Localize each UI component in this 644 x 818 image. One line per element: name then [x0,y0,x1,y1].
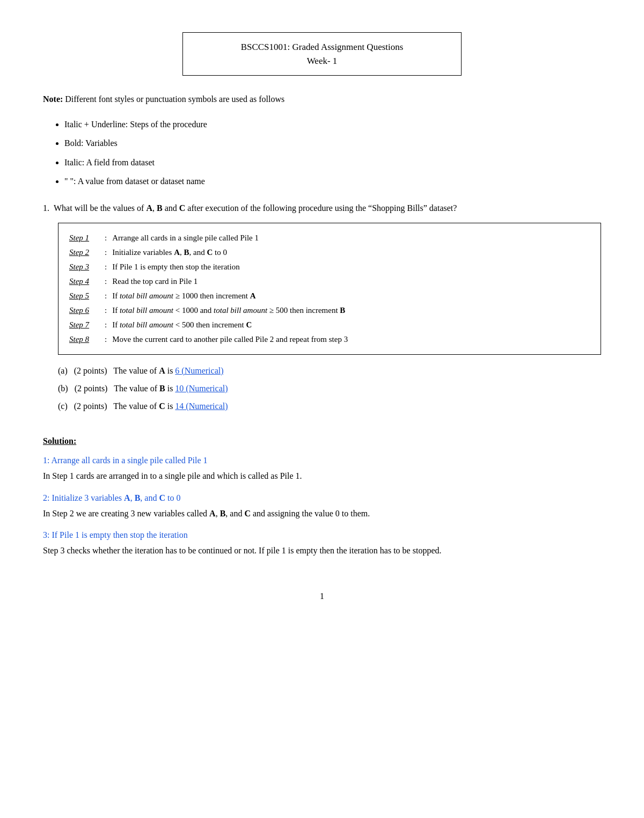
answer-a-text: The value of A is [113,366,175,375]
step5-var-a: A [250,291,256,300]
step-7-content: If total bill amount < 500 then incremen… [112,318,590,332]
step-1-content: Arrange all cards in a single pile calle… [112,231,590,245]
answer-a-part: (a) [58,366,72,375]
question-number: 1. What will be the values of A, B and C… [43,201,601,215]
solution-step-2-title: 2: Initialize 3 variables A, B, and C to… [43,492,601,505]
step-row-1: Step 1: Arrange all cards in a single pi… [69,231,590,245]
answer-a-value[interactable]: 6 (Numerical) [175,366,223,375]
step-3-label: Step 3 [69,260,101,274]
solution-header: Solution: [43,435,601,448]
step-2-content: Initialize variables A, B, and C to 0 [112,245,590,260]
step6-field2: total bill amount [214,306,267,315]
var-a-q: A [146,203,152,213]
step-8-label: Step 8 [69,332,101,347]
step2-var-a: A [174,248,180,257]
bullet-list: Italic + Underline: Steps of the procedu… [64,117,601,188]
step7-var-c: C [246,320,252,329]
bullet-item-1: Italic + Underline: Steps of the procedu… [64,117,601,132]
answer-b: (b) (2 points) The value of B is 10 (Num… [58,381,601,396]
note-label: Note: [43,94,63,104]
sol-step2-c: C [159,493,165,502]
step-7-label: Step 7 [69,318,101,332]
step-4-label: Step 4 [69,274,101,289]
step6-var-b: B [340,306,345,315]
answer-a-var: A [159,366,165,375]
page-number: 1 [43,590,601,603]
step6-field1: total bill amount [120,306,173,315]
sol-step2-body-b: B [220,509,226,518]
question-num-label: 1. [43,201,49,215]
solution-step-2-body: In Step 2 we are creating 3 new variable… [43,507,601,521]
step2-var-b: B [184,248,189,257]
step7-field1: total bill amount [120,320,173,329]
solution-step-3-title: 3: If Pile 1 is empty then stop the iter… [43,529,601,542]
bullet-item-3: Italic: A field from dataset [64,155,601,170]
answer-b-text: The value of B is [114,384,175,393]
sol-step2-b: B [135,493,141,502]
solution-step-1-title: 1: Arrange all cards in a single pile ca… [43,454,601,467]
step-5-content: If total bill amount ≥ 1000 then increme… [112,289,590,303]
step-4-content: Read the top card in Pile 1 [112,274,590,289]
title-line2: Week- 1 [204,54,440,68]
answer-list: (a) (2 points) The value of A is 6 (Nume… [58,363,601,414]
sol-step2-a: A [124,493,130,502]
answer-c-var: C [159,401,165,411]
step2-var-c: C [207,248,213,257]
step-row-2: Step 2: Initialize variables A, B, and C… [69,245,590,260]
question-text: What will be the values of A, B and C af… [54,201,601,215]
answer-c-value[interactable]: 14 (Numerical) [175,401,228,411]
procedure-box: Step 1: Arrange all cards in a single pi… [58,223,601,355]
answer-a: (a) (2 points) The value of A is 6 (Nume… [58,363,601,378]
step-row-3: Step 3: If Pile 1 is empty then stop the… [69,260,590,274]
step-1-label: Step 1 [69,231,101,245]
answer-c: (c) (2 points) The value of C is 14 (Num… [58,399,601,413]
solution-step-1-body: In Step 1 cards are arranged in to a sin… [43,469,601,483]
answer-c-part: (c) [58,401,72,411]
bullet-item-4: " ": A value from dataset or dataset nam… [64,174,601,188]
answer-b-var: B [159,384,165,393]
solution-step-1: 1: Arrange all cards in a single pile ca… [43,454,601,483]
step-3-content: If Pile 1 is empty then stop the iterati… [112,260,590,274]
step-row-8: Step 8: Move the current card to another… [69,332,590,347]
step-row-6: Step 6: If total bill amount < 1000 and … [69,303,590,318]
answer-a-points: (2 points) [74,366,112,375]
solution-step-3: 3: If Pile 1 is empty then stop the iter… [43,529,601,558]
step-6-content: If total bill amount < 1000 and total bi… [112,303,590,318]
answer-b-points: (2 points) [75,384,112,393]
step-5-label: Step 5 [69,289,101,303]
var-c-q: C [179,203,186,213]
answer-b-value[interactable]: 10 (Numerical) [175,384,228,393]
answer-b-part: (b) [58,384,72,393]
note-text: Different font styles or punctuation sym… [63,94,284,104]
answer-c-points: (2 points) [74,401,112,411]
step-row-5: Step 5: If total bill amount ≥ 1000 then… [69,289,590,303]
step-row-4: Step 4: Read the top card in Pile 1 [69,274,590,289]
var-b-q: B [157,203,163,213]
sol-step2-body-a: A [209,509,216,518]
sol-step2-body-c: C [244,509,251,518]
note-section: Note: Different font styles or punctuati… [43,92,601,106]
solution-section: Solution: 1: Arrange all cards in a sing… [43,435,601,558]
solution-step-2: 2: Initialize 3 variables A, B, and C to… [43,492,601,521]
answer-c-text: The value of C is [113,401,175,411]
step-6-label: Step 6 [69,303,101,318]
title-line1: BSCCS1001: Graded Assignment Questions [204,40,440,54]
title-box: BSCCS1001: Graded Assignment Questions W… [182,32,462,76]
step5-field1: total bill amount [120,291,173,300]
solution-step-3-body: Step 3 checks whether the iteration has … [43,544,601,558]
bullet-item-2: Bold: Variables [64,136,601,150]
question-section: 1. What will be the values of A, B and C… [43,201,601,413]
step-8-content: Move the current card to another pile ca… [112,332,590,347]
step-row-7: Step 7: If total bill amount < 500 then … [69,318,590,332]
step-2-label: Step 2 [69,245,101,260]
